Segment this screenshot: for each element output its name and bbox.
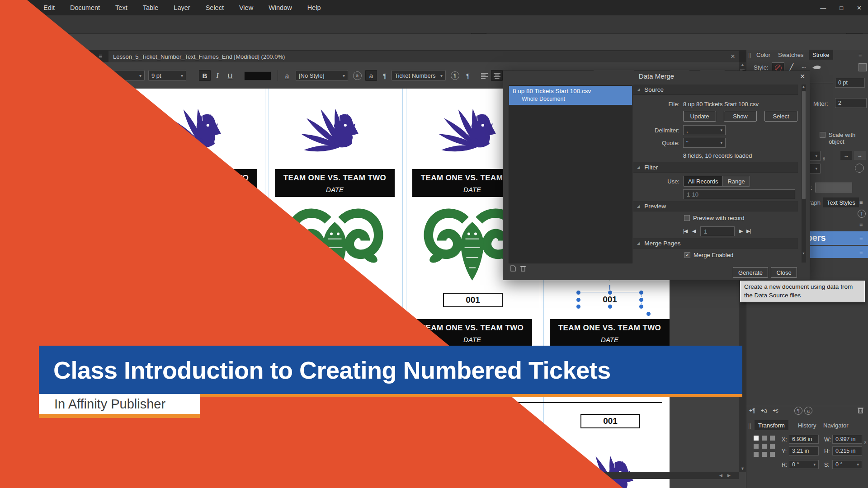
section-filter[interactable]: ◢Filter	[633, 162, 798, 173]
selection-handle[interactable]	[638, 304, 644, 310]
h-field[interactable]: 0.215 in	[832, 446, 862, 455]
maximize-icon[interactable]: □	[840, 5, 843, 11]
x-field[interactable]: 6.936 in	[789, 435, 819, 444]
underline-button[interactable]: U	[224, 70, 236, 81]
tab-close-icon[interactable]: ✕	[731, 53, 735, 60]
transform-grip[interactable]: ||	[748, 422, 751, 429]
merge-enabled-checkbox[interactable]: ✓	[684, 252, 690, 258]
detach-para-icon[interactable]: ¶	[794, 407, 802, 415]
rotation-handle[interactable]	[646, 311, 651, 317]
document-tab[interactable]: Lesson_5_Ticket_Number_Text_Frames_End […	[108, 51, 739, 62]
delimiter-select[interactable]: ,▾	[683, 125, 726, 135]
tab-swatches[interactable]: Swatches	[774, 50, 807, 60]
text-color-swatch[interactable]	[244, 71, 271, 80]
bold-button[interactable]: B	[199, 70, 211, 81]
range-input[interactable]: 1-10	[683, 189, 795, 199]
char-color-icon[interactable]: a	[282, 70, 292, 81]
italic-button[interactable]: I	[212, 70, 223, 81]
show-para-icon[interactable]: ¶	[464, 70, 472, 81]
minimize-icon[interactable]: —	[820, 5, 826, 11]
menu-window[interactable]: Window	[269, 4, 292, 11]
selection-handle[interactable]	[576, 290, 581, 296]
text-styles-menu-icon[interactable]: ≡	[859, 199, 863, 206]
view-menu-burger-icon[interactable]: ≡	[99, 52, 102, 60]
style-item-menu-icon[interactable]: ≡	[859, 235, 863, 241]
ticket-title-bar[interactable]: TEAM ONE VS. TEAM TWODATE	[550, 319, 670, 347]
ticket-title-bar[interactable]: TEAM ONE VS. TEAM TWODATE	[275, 169, 395, 197]
para-style-select[interactable]: Ticket Numbers▾	[392, 70, 446, 81]
insert-char-style-icon[interactable]: +a	[761, 408, 767, 414]
close-icon[interactable]: ✕	[857, 5, 862, 11]
chief-illustration[interactable]	[296, 89, 373, 167]
new-source-icon[interactable]	[510, 265, 516, 272]
link-icon[interactable]: ∞	[821, 157, 827, 161]
chief-illustration[interactable]	[434, 89, 510, 167]
ticket-number-frame[interactable]: 001	[443, 293, 503, 307]
arrow-end-icon[interactable]: →	[854, 151, 866, 160]
r-select[interactable]: 0 °▾	[789, 460, 819, 469]
selection-handle[interactable]	[638, 297, 644, 303]
next-record-icon[interactable]: ▶	[739, 228, 742, 234]
wh-link-icon[interactable]: ∞	[863, 441, 868, 445]
menu-text[interactable]: Text	[115, 4, 127, 11]
merge-source-list[interactable]: 8 up 80 Tickets Start 100.csv Whole Docu…	[509, 85, 632, 263]
miter-field[interactable]: 2	[835, 98, 867, 108]
dialog-close-icon[interactable]: ✕	[800, 73, 805, 80]
merge-source-item[interactable]: 8 up 80 Tickets Start 100.csv Whole Docu…	[509, 86, 632, 105]
scale-with-object-checkbox[interactable]	[820, 132, 826, 138]
all-records-option[interactable]: All Records	[684, 176, 722, 186]
panel-grip[interactable]: ||	[748, 52, 751, 58]
first-record-icon[interactable]: |◀	[683, 228, 687, 234]
tab-stroke[interactable]: Stroke	[809, 50, 833, 60]
font-size-select[interactable]: 9 pt▾	[148, 70, 186, 81]
name-field[interactable]	[815, 183, 852, 192]
menu-layer[interactable]: Layer	[174, 4, 190, 11]
arrow-start-icon[interactable]: →	[840, 151, 852, 160]
align-center-button[interactable]	[491, 70, 503, 81]
close-button[interactable]: Close	[771, 267, 797, 278]
char-panel-icon[interactable]: a	[365, 70, 377, 81]
generate-button[interactable]: Generate	[733, 267, 768, 278]
menu-document[interactable]: Document	[70, 4, 100, 11]
stroke-width-field[interactable]: 0 pt	[835, 78, 865, 88]
circled-t-icon[interactable]: T	[858, 210, 866, 218]
tab-transform[interactable]: Transform	[755, 420, 788, 430]
w-field[interactable]: 0.997 in	[832, 435, 862, 444]
dialog-scrollbar[interactable]: ▲ ▼	[802, 84, 806, 263]
selection-handle[interactable]	[576, 297, 581, 303]
selected-ticket-number-frame[interactable]: 001	[578, 292, 642, 307]
preview-with-record-checkbox[interactable]	[684, 215, 690, 221]
ticket-number-frame[interactable]: 001	[580, 414, 640, 428]
section-preview[interactable]: ◢Preview	[633, 201, 798, 211]
menu-table[interactable]: Table	[143, 4, 159, 11]
prev-record-icon[interactable]: ◀	[692, 228, 695, 234]
para-style-circle-icon[interactable]: ¶	[449, 70, 460, 81]
select-button[interactable]: Select	[764, 111, 797, 122]
record-number-input[interactable]: 1	[700, 226, 735, 236]
s-select[interactable]: 0 °▾	[832, 460, 862, 469]
show-button[interactable]: Show	[724, 111, 757, 122]
menu-select[interactable]: Select	[206, 4, 224, 11]
stroke-texture-icon[interactable]	[859, 63, 867, 71]
trash-icon[interactable]	[858, 407, 863, 413]
tab-history[interactable]: History	[794, 420, 820, 430]
anchor-grid[interactable]	[754, 436, 776, 458]
menu-view[interactable]: View	[239, 4, 253, 11]
panel-menu-icon[interactable]: ≡	[859, 52, 862, 58]
tab-color[interactable]: Color	[753, 50, 774, 60]
quote-select[interactable]: "▾	[683, 138, 726, 148]
pressure-circle-icon[interactable]	[855, 164, 864, 173]
selection-handle[interactable]	[576, 304, 581, 310]
y-field[interactable]: 3.21 in	[789, 446, 819, 455]
align-left-button[interactable]	[478, 70, 490, 81]
selection-handle[interactable]	[607, 304, 613, 310]
char-style-circle-icon[interactable]: a	[352, 70, 363, 81]
stroke-brush-icon[interactable]	[811, 62, 822, 72]
menu-edit[interactable]: Edit	[43, 4, 55, 11]
selection-handle[interactable]	[638, 290, 644, 296]
range-option[interactable]: Range	[722, 176, 749, 186]
delete-source-icon[interactable]	[520, 265, 526, 272]
section-source[interactable]: ◢Source	[633, 84, 798, 95]
update-button[interactable]: Update	[683, 111, 716, 122]
insert-style-icon[interactable]: +s	[773, 408, 778, 414]
